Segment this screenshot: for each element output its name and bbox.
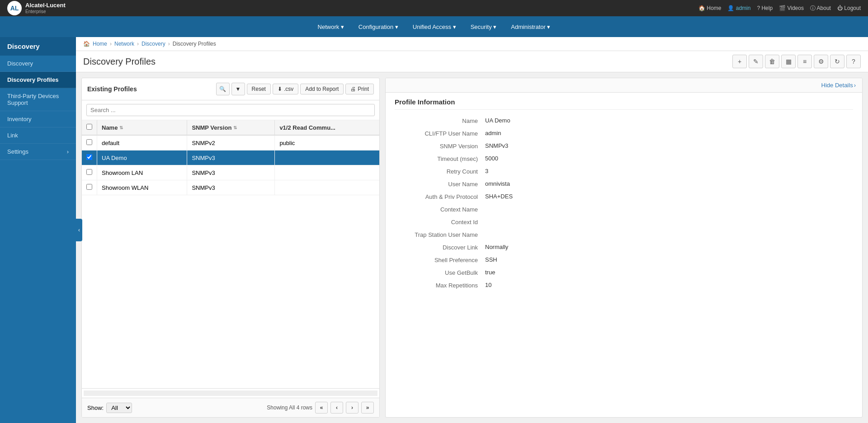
filter-button[interactable]: ▼ bbox=[231, 83, 245, 95]
select-all-checkbox[interactable] bbox=[86, 124, 92, 130]
about-link[interactable]: ⓘ About bbox=[810, 5, 831, 12]
sidebar-item-link[interactable]: Link bbox=[0, 127, 76, 144]
detail-label-cli-ftp-user: CLI/FTP User Name bbox=[395, 130, 485, 137]
table-row[interactable]: Showroom LAN SNMPv3 bbox=[82, 165, 379, 180]
row-snmp-version: SNMPv3 bbox=[187, 180, 275, 195]
row-name: Showroom WLAN bbox=[97, 180, 187, 195]
csv-button[interactable]: ⬇ .csv bbox=[273, 84, 298, 94]
detail-label-timeout: Timeout (msec) bbox=[395, 155, 485, 162]
sidebar-item-discovery-profiles[interactable]: Discovery Profiles bbox=[0, 72, 76, 88]
select-all-header[interactable] bbox=[82, 120, 97, 135]
detail-label-use-getbulk: Use GetBulk bbox=[395, 269, 485, 276]
breadcrumb-current: Discovery Profiles bbox=[173, 41, 216, 47]
detail-row-timeout: Timeout (msec) 5000 bbox=[395, 155, 853, 162]
main-content: 🏠 Home › Network › Discovery › Discovery… bbox=[76, 37, 868, 423]
row-checkbox-cell[interactable] bbox=[82, 180, 97, 195]
table-body: default SNMPv2 public UA Demo SNMPv3 bbox=[82, 135, 379, 195]
table-row[interactable]: Showroom WLAN SNMPv3 bbox=[82, 180, 379, 195]
sidebar-toggle[interactable]: ‹ bbox=[76, 219, 82, 241]
detail-label-retry-count: Retry Count bbox=[395, 168, 485, 175]
sidebar-item-discovery[interactable]: Discovery bbox=[0, 56, 76, 72]
reset-button[interactable]: Reset bbox=[247, 84, 271, 94]
add-to-report-button[interactable]: Add to Report bbox=[300, 84, 344, 94]
show-count-select[interactable]: All 10 25 50 100 bbox=[106, 403, 132, 413]
detail-row-trap-station-user: Trap Station User Name bbox=[395, 231, 853, 238]
row-checkbox[interactable] bbox=[86, 139, 92, 145]
show-select: Show: All 10 25 50 100 bbox=[87, 403, 132, 413]
table-panel-title: Existing Profiles bbox=[87, 85, 137, 93]
table-row[interactable]: default SNMPv2 public bbox=[82, 135, 379, 150]
logout-link[interactable]: ⏻ Logout bbox=[837, 5, 861, 11]
last-page-button[interactable]: » bbox=[361, 402, 374, 414]
next-page-button[interactable]: › bbox=[346, 402, 359, 414]
table-header: Name ⇅ SNMP Version ⇅ bbox=[82, 120, 379, 135]
breadcrumb: 🏠 Home › Network › Discovery › Discovery… bbox=[76, 37, 868, 51]
sidebar-item-settings[interactable]: Settings › bbox=[0, 144, 76, 160]
detail-value-name: UA Demo bbox=[485, 117, 853, 124]
table-actions: 🔍 ▼ Reset ⬇ .csv Add to Report 🖨 Print bbox=[216, 83, 374, 95]
detail-row-context-id: Context Id bbox=[395, 218, 853, 226]
table-row[interactable]: UA Demo SNMPv3 bbox=[82, 150, 379, 165]
col-v1v2-read[interactable]: v1/2 Read Commu... bbox=[275, 120, 379, 135]
add-button[interactable]: + bbox=[732, 55, 747, 68]
detail-label-auth-priv: Auth & Priv Protocol bbox=[395, 193, 485, 200]
detail-label-shell-pref: Shell Preference bbox=[395, 256, 485, 263]
home-link[interactable]: 🏠 Home bbox=[698, 5, 721, 11]
nav-configuration[interactable]: Configuration ▾ bbox=[352, 16, 405, 37]
delete-button[interactable]: 🗑 bbox=[765, 55, 779, 68]
admin-link[interactable]: 👤 admin bbox=[727, 5, 750, 11]
search-button[interactable]: 🔍 bbox=[216, 83, 230, 95]
top-bar-right: 🏠 Home 👤 admin ? Help 🎬 Videos ⓘ About ⏻… bbox=[698, 5, 861, 12]
breadcrumb-icon: 🏠 bbox=[83, 41, 90, 47]
scrollbar-track bbox=[84, 390, 377, 396]
detail-row-context-name: Context Name bbox=[395, 206, 853, 213]
horizontal-scrollbar[interactable] bbox=[82, 388, 379, 398]
row-checkbox-cell[interactable] bbox=[82, 165, 97, 180]
row-checkbox-cell[interactable] bbox=[82, 150, 97, 165]
prev-page-button[interactable]: ‹ bbox=[330, 402, 343, 414]
sidebar-item-third-party[interactable]: Third-Party Devices Support bbox=[0, 88, 76, 111]
nav-network[interactable]: Network ▾ bbox=[311, 16, 350, 37]
row-snmp-version: SNMPv3 bbox=[187, 165, 275, 180]
nav-administrator[interactable]: Administrator ▾ bbox=[505, 16, 557, 37]
list-view-button[interactable]: ≡ bbox=[797, 55, 812, 68]
col-snmp-version[interactable]: SNMP Version ⇅ bbox=[187, 120, 275, 135]
sidebar-item-inventory[interactable]: Inventory bbox=[0, 111, 76, 127]
row-name: default bbox=[97, 135, 187, 150]
videos-link[interactable]: 🎬 Videos bbox=[779, 5, 804, 11]
edit-button[interactable]: ✎ bbox=[749, 55, 763, 68]
chevron-right-icon: › bbox=[854, 82, 856, 89]
row-checkbox-cell[interactable] bbox=[82, 135, 97, 150]
content-area: Existing Profiles 🔍 ▼ Reset ⬇ .csv Add t… bbox=[76, 72, 868, 423]
first-page-button[interactable]: « bbox=[315, 402, 328, 414]
breadcrumb-home[interactable]: Home bbox=[93, 41, 107, 47]
detail-value-cli-ftp-user: admin bbox=[485, 130, 853, 136]
row-checkbox[interactable] bbox=[86, 154, 92, 160]
hide-details-button[interactable]: Hide Details › bbox=[821, 82, 856, 89]
grid-view-button[interactable]: ▦ bbox=[781, 55, 796, 68]
nav-unified-access[interactable]: Unified Access ▾ bbox=[406, 16, 462, 37]
search-input[interactable] bbox=[86, 104, 375, 116]
page-title: Discovery Profiles bbox=[83, 56, 156, 67]
pagination-bar: Show: All 10 25 50 100 Showing All 4 row… bbox=[82, 398, 379, 417]
detail-value-discover-link: Normally bbox=[485, 244, 853, 250]
help-link[interactable]: ? Help bbox=[757, 5, 773, 11]
detail-value-auth-priv: SHA+DES bbox=[485, 193, 853, 200]
settings-button[interactable]: ⚙ bbox=[814, 55, 828, 68]
detail-value-snmp-version: SNMPv3 bbox=[485, 142, 853, 149]
detail-label-snmp-version: SNMP Version bbox=[395, 142, 485, 150]
help-button[interactable]: ? bbox=[846, 55, 861, 68]
breadcrumb-network[interactable]: Network bbox=[114, 41, 134, 47]
row-snmp-version: SNMPv3 bbox=[187, 150, 275, 165]
row-checkbox[interactable] bbox=[86, 184, 92, 190]
refresh-button[interactable]: ↻ bbox=[830, 55, 844, 68]
pagination-controls: Showing All 4 rows « ‹ › » bbox=[267, 402, 374, 414]
nav-security[interactable]: Security ▾ bbox=[464, 16, 503, 37]
col-name[interactable]: Name ⇅ bbox=[97, 120, 187, 135]
row-checkbox[interactable] bbox=[86, 169, 92, 175]
print-button[interactable]: 🖨 Print bbox=[345, 84, 374, 94]
breadcrumb-discovery[interactable]: Discovery bbox=[142, 41, 165, 47]
detail-label-context-id: Context Id bbox=[395, 218, 485, 226]
detail-label-context-name: Context Name bbox=[395, 206, 485, 213]
download-icon: ⬇ bbox=[278, 86, 282, 92]
